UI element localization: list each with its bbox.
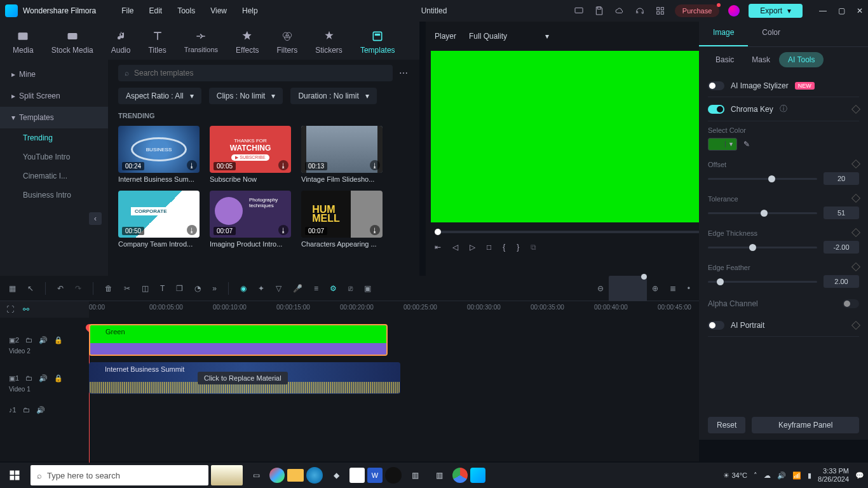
template-card[interactable]: THANKS FORWATCHING▶ SUBSCRIBE00:05⭳Subsc… (210, 126, 291, 183)
weather-widget[interactable]: ☀ 34°C (723, 471, 747, 480)
volume-tray-icon[interactable]: 🔊 (777, 471, 786, 480)
play-backward-button[interactable]: ◁ (452, 243, 458, 252)
maximize-icon[interactable]: ▢ (838, 6, 845, 15)
task-view-icon[interactable]: ▭ (245, 464, 267, 486)
prev-frame-button[interactable]: ⇤ (435, 243, 441, 252)
link-icon[interactable]: ⚯ (23, 305, 29, 314)
subtab-ai-tools[interactable]: AI Tools (779, 52, 824, 67)
layout-icon[interactable]: ▦ (9, 284, 16, 293)
mark-in-button[interactable]: { (503, 243, 505, 252)
clock[interactable]: 3:33 PM8/26/2024 (818, 467, 849, 484)
crop-button[interactable]: ◫ (142, 284, 149, 293)
headphones-icon[interactable] (634, 5, 646, 17)
thickness-slider[interactable] (708, 247, 817, 248)
close-icon[interactable]: ✕ (857, 6, 863, 15)
search-box[interactable]: ⌕ (118, 65, 393, 81)
lock-icon[interactable]: 🔒 (54, 336, 63, 344)
tolerance-slider[interactable] (708, 212, 817, 214)
side-sub-business[interactable]: Business Intro (0, 186, 108, 205)
menu-tools[interactable]: Tools (177, 6, 195, 15)
tab-stock-media[interactable]: Stock Media (51, 27, 93, 55)
side-sub-trending[interactable]: Trending (0, 128, 108, 147)
download-icon[interactable]: ⭳ (187, 225, 197, 235)
marker-icon[interactable]: ▽ (276, 284, 281, 293)
keyframe-diamond[interactable] (851, 159, 860, 168)
keyframe-diamond[interactable] (851, 194, 860, 203)
template-card[interactable]: HUMMELL00:07⭳Characters Appearing ... (301, 191, 383, 248)
screen-icon[interactable] (573, 5, 585, 17)
template-card[interactable]: CORPORATE00:50⭳Company Team Introd... (118, 191, 200, 248)
menu-help[interactable]: Help (242, 6, 258, 15)
feather-value[interactable]: 2.00 (824, 275, 859, 288)
ai-button[interactable]: ◉ (240, 284, 247, 293)
search-input[interactable] (134, 69, 386, 78)
chroma-toggle[interactable] (708, 105, 724, 114)
menu-view[interactable]: View (210, 6, 227, 15)
save-icon[interactable] (593, 5, 605, 17)
export-button[interactable]: Export▾ (749, 4, 803, 18)
edge-icon[interactable] (306, 467, 323, 484)
side-templates[interactable]: ▾Templates (0, 107, 108, 128)
apps-icon[interactable] (654, 5, 666, 17)
folder-icon[interactable]: 🗀 (25, 374, 32, 382)
word-icon[interactable]: W (367, 468, 383, 483)
ai-audio-icon[interactable]: ⚙ (330, 284, 337, 293)
chrome-icon[interactable] (452, 468, 468, 483)
color-button[interactable]: ◔ (194, 284, 201, 293)
text-button[interactable]: T (160, 284, 165, 293)
filter-aspect[interactable]: Aspect Ratio : All▾ (118, 88, 201, 104)
help-icon[interactable]: ⓘ (780, 104, 787, 114)
speed-icon[interactable]: ✦ (258, 284, 264, 293)
tab-audio[interactable]: Audio (111, 27, 131, 55)
app-icon[interactable]: ◆ (325, 464, 347, 486)
color-picker[interactable]: ▼ (708, 138, 737, 151)
user-avatar[interactable] (728, 5, 740, 17)
settings-dot-icon[interactable]: • (688, 284, 690, 293)
play-button[interactable]: ▷ (470, 243, 475, 252)
keyframe-diamond[interactable] (851, 262, 860, 271)
audio-sync-icon[interactable]: ≡ (314, 284, 318, 293)
side-sub-cinematic[interactable]: Cinematic I... (0, 166, 108, 186)
download-icon[interactable]: ⭳ (370, 225, 380, 235)
start-button[interactable] (4, 464, 25, 486)
filter-duration[interactable]: Duration : No limit▾ (290, 88, 376, 104)
side-sub-youtube[interactable]: YouTube Intro (0, 147, 108, 166)
list-view-icon[interactable]: ≣ (670, 284, 676, 293)
keyframe-diamond[interactable] (851, 228, 860, 237)
more-tools-button[interactable]: » (212, 284, 217, 293)
stylizer-toggle[interactable] (708, 81, 724, 90)
quality-dropdown[interactable]: Full Quality▾ (469, 32, 549, 41)
reset-button[interactable]: Reset (708, 417, 745, 433)
collapse-nav-button[interactable]: ‹ (89, 212, 102, 225)
clip-green[interactable]: Green (89, 324, 388, 356)
store-icon[interactable] (349, 468, 365, 483)
eyedropper-icon[interactable]: ✎ (743, 140, 750, 149)
keyframe-diamond[interactable] (851, 321, 860, 330)
mark-out-button[interactable]: } (517, 243, 519, 252)
tab-transitions[interactable]: Transitions (184, 27, 218, 53)
download-icon[interactable]: ⭳ (278, 225, 288, 235)
copilot-icon[interactable] (269, 468, 285, 483)
fit-icon[interactable]: ⛶ (6, 305, 14, 314)
offset-slider[interactable] (708, 178, 817, 180)
wifi-icon[interactable]: 📶 (792, 471, 801, 480)
tolerance-value[interactable]: 51 (824, 207, 859, 219)
redo-button[interactable]: ↷ (75, 284, 81, 293)
taskbar-search[interactable]: ⌕Type here to search (31, 465, 208, 485)
template-card[interactable]: Photographytechniques00:07⭳Imaging Produ… (210, 191, 291, 248)
app-icon-2[interactable] (385, 467, 402, 484)
volume-icon[interactable]: 🔊 (39, 374, 48, 383)
keyframe-panel-button[interactable]: Keyframe Panel (752, 417, 859, 433)
voiceover-icon[interactable]: 🎤 (293, 284, 302, 293)
lock-icon[interactable]: 🔒 (54, 374, 63, 383)
record-icon[interactable]: ⎚ (348, 284, 353, 293)
battery-icon[interactable]: ▮ (808, 471, 811, 480)
copy-button[interactable]: ❐ (176, 284, 183, 293)
menu-edit[interactable]: Edit (149, 6, 163, 15)
clip-template[interactable]: Internet Business Summit Click to Replac… (89, 362, 400, 394)
undo-button[interactable]: ↶ (57, 284, 64, 293)
folder-icon[interactable]: 🗀 (25, 336, 32, 344)
cut-button[interactable]: ✂ (124, 284, 130, 293)
portrait-toggle[interactable] (708, 321, 724, 330)
tray-chevron-icon[interactable]: ˄ (754, 471, 757, 480)
